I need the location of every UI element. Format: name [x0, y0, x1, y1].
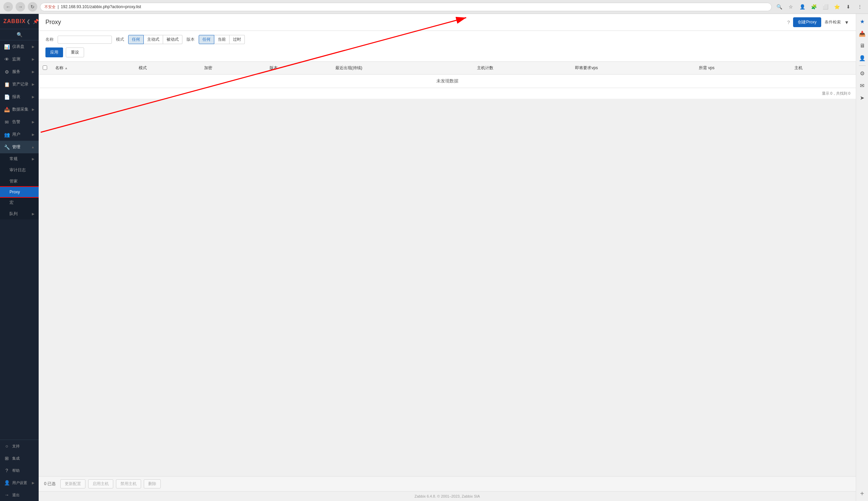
- refresh-button[interactable]: ↻: [28, 2, 37, 12]
- filter-apply-btn[interactable]: 应用: [45, 47, 63, 57]
- right-settings-icon[interactable]: ⚙: [857, 68, 867, 78]
- sidebar-item-reports[interactable]: 📄 报表 ▶: [0, 90, 39, 103]
- address-bar[interactable]: 不安全 | 192.168.93.101/zabbix.php?action=p…: [40, 3, 772, 11]
- sub-item-proxy[interactable]: Proxy: [0, 187, 39, 197]
- sub-item-general[interactable]: 常规 ▶: [0, 153, 39, 164]
- main-content: Proxy ? 创建Proxy 条件检索 ▼ 名称 模式 任何 主动式 被动式 …: [39, 14, 856, 501]
- sub-label-audit-log: 审计日志: [10, 167, 26, 173]
- browser-extensions[interactable]: 🧩: [809, 2, 818, 12]
- sidebar-item-integrations[interactable]: ⊞ 集成: [0, 452, 39, 465]
- sub-item-macro[interactable]: 宏: [0, 197, 39, 208]
- browser-bookmark[interactable]: ☆: [786, 2, 795, 12]
- batch-update-config-btn[interactable]: 更新配置: [60, 479, 85, 489]
- filter-actions: 应用 重设: [45, 47, 849, 57]
- sidebar-label-logout: 退出: [12, 492, 35, 498]
- filter-name-label: 名称: [45, 36, 54, 42]
- filter-row-name: 名称 模式 任何 主动式 被动式 版本 任何 当前 过时: [45, 35, 849, 44]
- right-user-icon[interactable]: 👤: [857, 53, 867, 63]
- sidebar-item-alerts[interactable]: ✉ 告警 ▶: [0, 116, 39, 128]
- sidebar-label-assets: 资产记录: [12, 82, 29, 87]
- select-all-checkbox[interactable]: [43, 65, 47, 70]
- sidebar-nav: 📊 仪表盘 ▶ 👁 监测 ▶ ⚙ 服务 ▶ 📋 资产记录 ▶ 📄 报表: [0, 40, 39, 440]
- sidebar-item-user-settings[interactable]: 👤 用户设置 ▶: [0, 477, 39, 489]
- browser-search[interactable]: 🔍: [774, 2, 784, 12]
- filter-mode-any[interactable]: 任何: [128, 35, 144, 44]
- reports-arrow: ▶: [32, 95, 35, 99]
- sub-label-proxy: Proxy: [10, 190, 20, 194]
- app-container: ZABBIX ❮ 📌 🔍 📊 仪表盘 ▶ 👁 监测 ▶ ⚙ 服务: [0, 14, 868, 501]
- table-header-row: 名称 ▲ 模式 加密 版本 最近出现(持续) 主机计数 即将要求vps 所需 v…: [39, 62, 856, 75]
- sidebar-label-users: 用户: [12, 131, 29, 137]
- batch-delete-btn[interactable]: 删除: [144, 479, 161, 489]
- user-settings-arrow: ▶: [32, 481, 35, 485]
- browser-tab[interactable]: ⬜: [821, 2, 830, 12]
- address-separator: |: [58, 4, 59, 9]
- sidebar-collapse-btn[interactable]: ❮: [26, 18, 31, 25]
- sidebar-item-admin[interactable]: 🔧 管理 ▲: [0, 141, 39, 153]
- filter-version-any[interactable]: 任何: [199, 35, 214, 44]
- sub-item-housekeeping[interactable]: 管家: [0, 176, 39, 187]
- page-help-btn[interactable]: ?: [787, 20, 790, 25]
- browser-profile[interactable]: 👤: [798, 2, 807, 12]
- batch-disable-hosts-btn[interactable]: 禁用主机: [116, 479, 141, 489]
- footer-text: Zabbix 6.4.8. © 2001–2023, Zabbix SIA: [415, 494, 480, 498]
- sidebar-item-service[interactable]: ⚙ 服务 ▶: [0, 65, 39, 78]
- sidebar-item-users[interactable]: 👥 用户 ▶: [0, 128, 39, 141]
- security-warning: 不安全: [44, 4, 56, 10]
- service-arrow: ▶: [32, 70, 35, 74]
- filter-version-current[interactable]: 当前: [214, 35, 229, 44]
- sidebar-label-monitor: 监测: [12, 56, 29, 62]
- logo-text: ZABBIX: [3, 18, 26, 24]
- browser-bookmarks-bar[interactable]: ⭐: [832, 2, 842, 12]
- right-star-icon[interactable]: ★: [857, 17, 867, 26]
- right-inbox-icon[interactable]: 📥: [857, 29, 867, 38]
- col-host: 主机: [790, 62, 856, 75]
- create-proxy-button[interactable]: 创建Proxy: [793, 17, 821, 27]
- users-arrow: ▶: [32, 132, 35, 136]
- data-collection-arrow: ▶: [32, 107, 35, 111]
- filter-name-input[interactable]: [58, 36, 112, 44]
- right-send-icon[interactable]: ➤: [857, 93, 867, 103]
- admin-submenu: 常规 ▶ 审计日志 管家 Proxy 宏 队列 ▶: [0, 153, 39, 220]
- sub-label-housekeeping: 管家: [10, 179, 18, 184]
- col-host-count: 主机计数: [473, 62, 571, 75]
- sidebar-item-logout[interactable]: → 退出: [0, 489, 39, 501]
- batch-enable-hosts-btn[interactable]: 启用主机: [88, 479, 113, 489]
- dashboard-arrow: ▶: [32, 45, 35, 49]
- filter-reset-btn[interactable]: 重设: [66, 47, 84, 57]
- right-add-icon[interactable]: +: [857, 489, 867, 498]
- sub-item-audit-log[interactable]: 审计日志: [0, 164, 39, 176]
- sidebar-pin-btn[interactable]: 📌: [32, 18, 39, 25]
- sidebar-item-assets[interactable]: 📋 资产记录 ▶: [0, 78, 39, 90]
- browser-menu[interactable]: ⋮: [855, 2, 865, 12]
- sidebar-item-help[interactable]: ? 帮助: [0, 465, 39, 477]
- name-sort-arrow: ▲: [64, 66, 68, 70]
- back-button[interactable]: ←: [3, 2, 13, 12]
- filter-version-outdated[interactable]: 过时: [229, 35, 245, 44]
- page-header: Proxy ? 创建Proxy 条件检索 ▼: [39, 14, 856, 31]
- sidebar-search-icon[interactable]: 🔍: [17, 32, 22, 37]
- sidebar-item-dashboard[interactable]: 📊 仪表盘 ▶: [0, 40, 39, 53]
- filter-mode-passive[interactable]: 被动式: [163, 35, 182, 44]
- sub-item-queue[interactable]: 队列 ▶: [0, 208, 39, 220]
- sidebar-item-monitor[interactable]: 👁 监测 ▶: [0, 53, 39, 65]
- right-monitor-icon[interactable]: 🖥: [857, 41, 867, 51]
- filter-version-group: 任何 当前 过时: [199, 35, 245, 44]
- filter-funnel-icon[interactable]: ▼: [844, 20, 849, 25]
- sidebar-item-data-collection[interactable]: 📥 数据采集 ▶: [0, 103, 39, 116]
- browser-download[interactable]: ⬇: [844, 2, 853, 12]
- forward-button[interactable]: →: [15, 2, 25, 12]
- right-strip: ★ 📥 🖥 👤 ⚙ ✉ ➤ +: [856, 14, 868, 501]
- filter-search-label[interactable]: 条件检索: [825, 19, 841, 25]
- header-right: ? 创建Proxy 条件检索 ▼: [787, 17, 849, 27]
- col-name[interactable]: 名称 ▲: [51, 62, 134, 75]
- monitor-arrow: ▶: [32, 57, 35, 61]
- browser-actions: 🔍 ☆ 👤 🧩 ⬜ ⭐ ⬇ ⋮: [774, 2, 865, 12]
- sidebar-logo-area: ZABBIX ❮ 📌: [0, 14, 39, 29]
- filter-mode-active[interactable]: 主动式: [144, 35, 163, 44]
- right-mail-icon[interactable]: ✉: [857, 81, 867, 90]
- browser-chrome: ← → ↻ 不安全 | 192.168.93.101/zabbix.php?ac…: [0, 0, 868, 14]
- no-data-cell: 未发现数据: [39, 75, 856, 88]
- assets-arrow: ▶: [32, 83, 35, 86]
- sidebar-item-support[interactable]: ○ 支持: [0, 440, 39, 452]
